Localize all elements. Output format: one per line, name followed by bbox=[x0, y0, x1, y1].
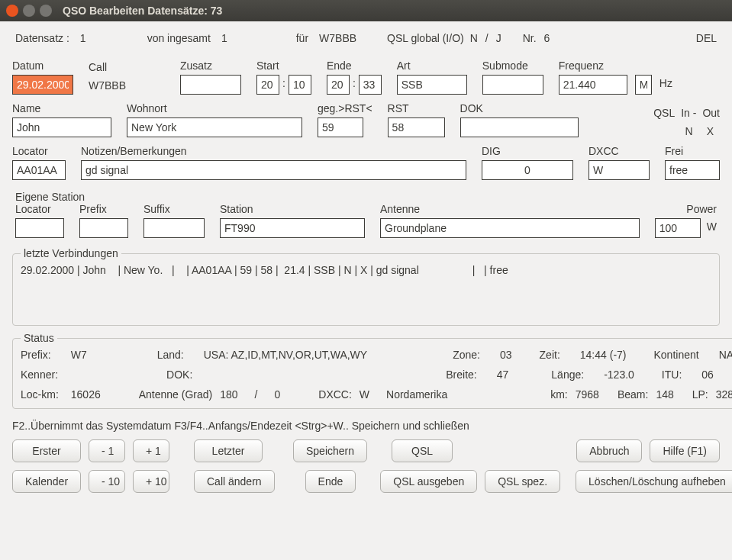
lp-value: 328 bbox=[716, 388, 732, 401]
qsl-spez-button[interactable]: QSL spez. bbox=[485, 470, 560, 493]
status-dok-label: DOK: bbox=[166, 369, 192, 381]
qsl-button[interactable]: QSL bbox=[392, 439, 453, 462]
own-prefix-input[interactable] bbox=[79, 218, 128, 238]
qsl-global-label: QSL global (I/O) bbox=[387, 32, 464, 44]
colon-label: : bbox=[353, 77, 356, 89]
datum-input[interactable] bbox=[12, 75, 73, 95]
power-unit-label: W bbox=[707, 220, 717, 233]
last-legend: letzte Verbindungen bbox=[21, 247, 121, 259]
beam-label: Beam: bbox=[618, 388, 648, 401]
antgrad-label: Antenne (Grad) bbox=[139, 388, 213, 401]
hz-label: Hz bbox=[659, 77, 672, 89]
datensatz-value: 1 bbox=[80, 32, 86, 44]
own-legend: Eigene Station bbox=[15, 191, 85, 203]
zeit-label: Zeit: bbox=[540, 349, 560, 361]
itu-label: ITU: bbox=[662, 369, 682, 381]
submode-input[interactable] bbox=[482, 75, 543, 95]
speichern-button[interactable]: Speichern bbox=[293, 439, 367, 462]
prefix-value: W7 bbox=[71, 349, 87, 361]
ende-hour-input[interactable] bbox=[327, 75, 350, 95]
ende-label: Ende bbox=[327, 60, 382, 72]
qsl-out-val: X bbox=[707, 125, 714, 137]
start-min-input[interactable] bbox=[289, 75, 311, 95]
minus1-button[interactable]: - 1 bbox=[89, 439, 125, 462]
kalender-button[interactable]: Kalender bbox=[12, 470, 81, 493]
status-dxcc-label: DXCC: bbox=[318, 388, 352, 401]
qsl-out-label: Out bbox=[702, 107, 720, 119]
minimize-icon[interactable] bbox=[23, 5, 35, 17]
qsl-in-label: In - bbox=[681, 107, 696, 119]
own-antenne-label: Antenne bbox=[380, 203, 640, 215]
datensatz-label: Datensatz : bbox=[15, 32, 69, 44]
dxcc-group: DXCC bbox=[589, 145, 650, 180]
loeschen-button[interactable]: Löschen/Löschung aufheben bbox=[576, 470, 732, 493]
notizen-input[interactable] bbox=[81, 160, 466, 180]
wohnort-input[interactable] bbox=[127, 117, 302, 137]
beam-value: 148 bbox=[656, 388, 673, 401]
lockm-value: 16026 bbox=[71, 388, 101, 401]
call-value: W7BBB bbox=[89, 76, 165, 95]
frei-input[interactable] bbox=[665, 160, 720, 180]
qsl-in-val: N bbox=[685, 125, 693, 137]
kontinent-value: NA bbox=[719, 349, 732, 361]
abbruch-button[interactable]: Abbruch bbox=[576, 439, 642, 462]
datum-group: Datum bbox=[12, 60, 73, 95]
km-label: km: bbox=[550, 388, 568, 401]
zone-label: Zone: bbox=[453, 349, 480, 361]
own-power-group: Power W bbox=[655, 203, 717, 238]
von-value: 1 bbox=[221, 32, 227, 44]
land-value: USA: AZ,ID,MT,NV,OR,UT,WA,WY bbox=[204, 349, 367, 361]
maximize-icon[interactable] bbox=[40, 5, 52, 17]
own-locator-input[interactable] bbox=[15, 218, 64, 238]
close-icon[interactable] bbox=[6, 5, 18, 17]
km-value: 7968 bbox=[576, 388, 599, 401]
call-group: Call W7BBB bbox=[89, 61, 165, 95]
ende-button[interactable]: Ende bbox=[305, 470, 356, 493]
letzter-button[interactable]: Letzter bbox=[194, 439, 263, 462]
own-prefix-label: Prefix bbox=[79, 203, 128, 215]
own-station-input[interactable] bbox=[220, 218, 365, 238]
kenner-label: Kenner: bbox=[21, 369, 58, 381]
dxcc-input[interactable] bbox=[589, 160, 650, 180]
locator-input[interactable] bbox=[12, 160, 66, 180]
start-hour-input[interactable] bbox=[256, 75, 279, 95]
call-aendern-button[interactable]: Call ändern bbox=[194, 470, 275, 493]
zusatz-input[interactable] bbox=[180, 75, 241, 95]
erster-button[interactable]: Erster bbox=[12, 439, 81, 462]
minus10-button[interactable]: - 10 bbox=[89, 470, 125, 493]
plus1-button[interactable]: + 1 bbox=[133, 439, 169, 462]
status-fieldset: Status Prefix: W7 Land: USA: AZ,ID,MT,NV… bbox=[12, 332, 732, 409]
freq-unit-input[interactable] bbox=[635, 75, 652, 95]
qsl-ausgeben-button[interactable]: QSL ausgeben bbox=[380, 470, 477, 493]
name-label: Name bbox=[12, 102, 111, 114]
own-suffix-input[interactable] bbox=[143, 218, 205, 238]
dig-input[interactable] bbox=[482, 160, 573, 180]
own-station-fieldset: Eigene Station Locator Prefix Suffix Sta… bbox=[12, 186, 720, 241]
own-suffix-label: Suffix bbox=[143, 203, 205, 215]
ende-min-input[interactable] bbox=[359, 75, 382, 95]
antgrad-value2: 0 bbox=[274, 388, 280, 401]
submode-group: Submode bbox=[482, 60, 543, 95]
name-input[interactable] bbox=[12, 117, 111, 137]
status-dxcc-value: W bbox=[360, 388, 369, 401]
freq-label: Frequenz bbox=[559, 60, 672, 72]
dok-input[interactable] bbox=[460, 117, 579, 137]
art-input[interactable] bbox=[397, 75, 467, 95]
rst-input[interactable] bbox=[388, 117, 445, 137]
notizen-group: Notizen/Bemerkungen bbox=[81, 145, 466, 180]
own-power-input[interactable] bbox=[655, 218, 701, 238]
plus10-button[interactable]: + 10 bbox=[133, 470, 169, 493]
qsl-label: QSL bbox=[653, 107, 675, 119]
itu-value: 06 bbox=[701, 369, 714, 381]
art-label: Art bbox=[397, 60, 467, 72]
freq-input[interactable] bbox=[559, 75, 627, 95]
lockm-label: Loc-km: bbox=[21, 388, 59, 401]
hilfe-button[interactable]: Hilfe (F1) bbox=[650, 439, 720, 462]
geg-rst-input[interactable] bbox=[318, 117, 363, 137]
notizen-label: Notizen/Bemerkungen bbox=[81, 145, 466, 157]
own-station-group: Station bbox=[220, 203, 365, 238]
freq-group: Frequenz Hz bbox=[559, 60, 672, 95]
own-antenne-input[interactable] bbox=[380, 218, 640, 238]
wohnort-label: Wohnort bbox=[127, 102, 302, 114]
colon-label: : bbox=[282, 77, 285, 89]
